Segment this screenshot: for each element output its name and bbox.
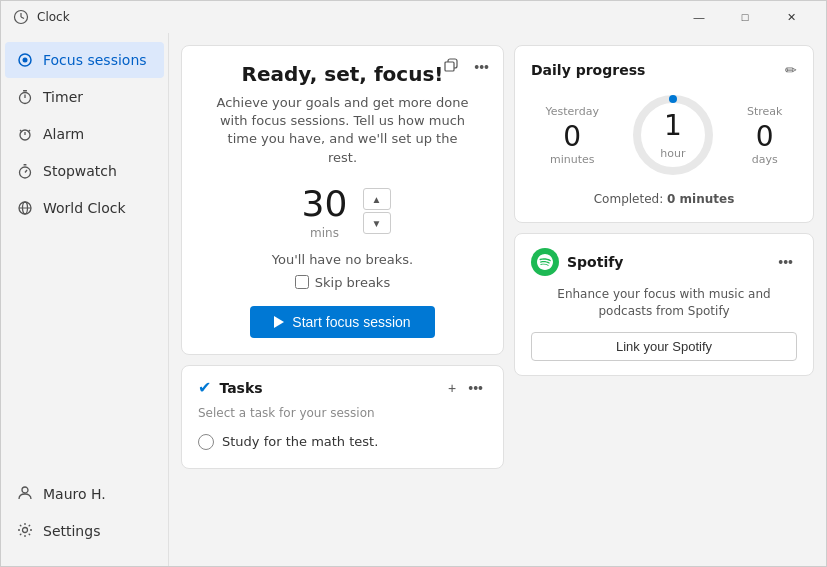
app-icon [13, 9, 29, 25]
spotify-card: Spotify ••• Enhance your focus with musi… [514, 233, 814, 376]
settings-icon [17, 522, 33, 541]
focus-panel: ••• Ready, set, focus! Achieve your goal… [181, 45, 504, 554]
tasks-header-buttons: + ••• [444, 378, 487, 398]
task-text: Study for the math test. [222, 434, 378, 449]
completed-value: 0 minutes [667, 192, 734, 206]
progress-stats: Yesterday 0 minutes 1 hour [531, 90, 797, 180]
yesterday-value: 0 [546, 120, 599, 153]
tasks-title: Tasks [219, 380, 444, 396]
focus-setup-card: ••• Ready, set, focus! Achieve your goal… [181, 45, 504, 355]
spotify-more-button[interactable]: ••• [774, 252, 797, 272]
sidebar-item-world-clock[interactable]: World Clock [5, 190, 164, 226]
progress-header: Daily progress ✏ [531, 62, 797, 78]
streak-label: Streak [747, 105, 782, 118]
yesterday-stat: Yesterday 0 minutes [546, 105, 599, 166]
sidebar: Focus sessions Timer [1, 33, 169, 566]
time-value: 30 [295, 183, 355, 224]
tasks-card: ✔ Tasks + ••• Select a task for your ses… [181, 365, 504, 469]
sidebar-item-focus-sessions[interactable]: Focus sessions [5, 42, 164, 78]
minimize-button[interactable]: — [676, 1, 722, 33]
skip-breaks-label: Skip breaks [315, 275, 390, 290]
user-item[interactable]: Mauro H. [5, 476, 164, 512]
daily-progress-card: Daily progress ✏ Yesterday 0 minutes [514, 45, 814, 223]
world-clock-icon [17, 200, 33, 216]
app-body: Focus sessions Timer [1, 33, 826, 566]
sidebar-label-world-clock: World Clock [43, 200, 126, 216]
sidebar-nav: Focus sessions Timer [1, 41, 168, 467]
skip-breaks-container: Skip breaks [295, 275, 390, 290]
sidebar-item-stopwatch[interactable]: Stopwatch [5, 153, 164, 189]
time-down-button[interactable]: ▼ [363, 212, 391, 234]
sidebar-label-stopwatch: Stopwatch [43, 163, 117, 179]
spotify-logo [531, 248, 559, 276]
more-options-button[interactable]: ••• [470, 57, 493, 77]
restore-button[interactable] [440, 56, 462, 77]
maximize-button[interactable]: □ [722, 1, 768, 33]
user-icon [17, 485, 33, 504]
start-focus-button[interactable]: Start focus session [250, 306, 434, 338]
yesterday-unit: minutes [546, 153, 599, 166]
alarm-icon [17, 126, 33, 142]
sidebar-item-alarm[interactable]: Alarm [5, 116, 164, 152]
svg-rect-5 [23, 90, 27, 92]
breaks-text: You'll have no breaks. [272, 252, 413, 267]
timer-icon [17, 89, 33, 105]
time-controls: ▲ ▼ [363, 188, 391, 234]
completed-prefix: Completed: [594, 192, 667, 206]
donut-chart: 1 hour [628, 90, 718, 180]
link-spotify-button[interactable]: Link your Spotify [531, 332, 797, 361]
focus-title: Ready, set, focus! [242, 62, 444, 86]
svg-point-19 [23, 527, 28, 532]
svg-line-2 [21, 17, 24, 19]
play-icon [274, 316, 284, 328]
titlebar: Clock — □ ✕ [1, 1, 826, 33]
svg-rect-20 [445, 62, 454, 71]
sidebar-bottom: Mauro H. Settings [1, 467, 168, 558]
edit-goal-button[interactable]: ✏ [785, 62, 797, 78]
yesterday-label: Yesterday [546, 105, 599, 118]
tasks-more-button[interactable]: ••• [464, 378, 487, 398]
svg-rect-12 [24, 164, 27, 166]
start-button-label: Start focus session [292, 314, 410, 330]
add-task-button[interactable]: + [444, 378, 460, 398]
svg-line-11 [28, 130, 30, 132]
svg-point-4 [23, 58, 28, 63]
spotify-description: Enhance your focus with music and podcas… [531, 286, 797, 320]
task-item: Study for the math test. [198, 428, 487, 456]
spotify-header: Spotify ••• [531, 248, 797, 276]
time-up-button[interactable]: ▲ [363, 188, 391, 210]
time-picker: 30 mins ▲ ▼ [295, 183, 391, 240]
close-button[interactable]: ✕ [768, 1, 814, 33]
tasks-header: ✔ Tasks + ••• [198, 378, 487, 398]
streak-unit: days [747, 153, 782, 166]
streak-value: 0 [747, 120, 782, 153]
sidebar-label-timer: Timer [43, 89, 83, 105]
focus-sessions-icon [17, 52, 33, 68]
settings-item[interactable]: Settings [5, 513, 164, 549]
goal-unit: hour [660, 147, 685, 160]
settings-label: Settings [43, 523, 100, 539]
window-controls: — □ ✕ [676, 1, 814, 33]
card-header-icons: ••• [440, 56, 493, 77]
tasks-select-hint: Select a task for your session [198, 406, 487, 420]
right-panel: Daily progress ✏ Yesterday 0 minutes [514, 45, 814, 554]
svg-line-10 [20, 130, 22, 132]
skip-breaks-checkbox[interactable] [295, 275, 309, 289]
tasks-checkmark-icon: ✔ [198, 378, 211, 397]
sidebar-item-timer[interactable]: Timer [5, 79, 164, 115]
svg-point-18 [22, 487, 28, 493]
stopwatch-icon [17, 163, 33, 179]
sidebar-label-focus-sessions: Focus sessions [43, 52, 147, 68]
focus-description: Achieve your goals and get more done wit… [213, 94, 473, 167]
spotify-name: Spotify [567, 254, 774, 270]
streak-stat: Streak 0 days [747, 105, 782, 166]
donut-center: 1 hour [660, 109, 685, 161]
app-title: Clock [37, 10, 676, 24]
completed-text: Completed: 0 minutes [531, 192, 797, 206]
sidebar-label-alarm: Alarm [43, 126, 84, 142]
main-content: ••• Ready, set, focus! Achieve your goal… [169, 33, 826, 566]
progress-title: Daily progress [531, 62, 645, 78]
user-label: Mauro H. [43, 486, 106, 502]
goal-value: 1 [660, 109, 685, 142]
task-radio[interactable] [198, 434, 214, 450]
